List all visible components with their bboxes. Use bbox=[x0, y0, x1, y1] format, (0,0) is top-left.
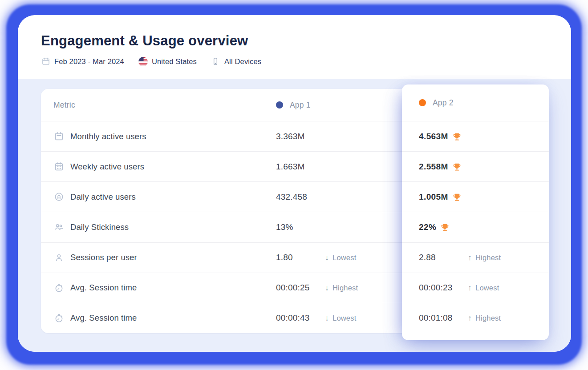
metric-value: 4.563M bbox=[419, 132, 448, 141]
metric-value: 432.458 bbox=[276, 192, 307, 202]
calendar-month-icon bbox=[53, 131, 64, 142]
rank-badge-label: Highest bbox=[475, 314, 501, 322]
country-filter[interactable]: United States bbox=[138, 57, 197, 66]
metric-label: Daily active users bbox=[70, 192, 136, 202]
metric-value: 00:01:08 bbox=[419, 313, 468, 323]
app2-table-row: 00:01:08↑Highest bbox=[402, 303, 549, 333]
rank-badge-label: Lowest bbox=[475, 284, 499, 292]
app2-table-row: 00:00:23↑Lowest bbox=[402, 273, 549, 303]
metric-cell: Avg. Session time bbox=[53, 282, 276, 293]
stopwatch-icon bbox=[53, 282, 64, 293]
metric-label: Daily Stickiness bbox=[70, 222, 129, 232]
rank-badge-label: Highest bbox=[333, 284, 358, 292]
metric-cell: Daily active users bbox=[53, 192, 276, 202]
arrow-up-icon: ↑ bbox=[468, 253, 472, 262]
app2-value-cell: 2.88↑Highest bbox=[419, 253, 549, 262]
app2-table-row: 4.563M bbox=[402, 121, 549, 151]
mobile-device-icon bbox=[211, 57, 220, 66]
user-icon bbox=[53, 252, 64, 263]
arrow-down-icon: ↓ bbox=[325, 314, 329, 323]
app2-dot bbox=[419, 99, 426, 106]
metric-value: 13% bbox=[276, 222, 293, 232]
metric-value: 00:00:25 bbox=[276, 283, 325, 293]
app2-table-row: 22% bbox=[402, 212, 549, 242]
country-label: United States bbox=[152, 57, 197, 66]
daily-circle-icon bbox=[53, 192, 64, 202]
devices-filter[interactable]: All Devices bbox=[211, 57, 261, 66]
app2-value-cell: 4.563M bbox=[419, 132, 549, 141]
arrow-down-icon: ↓ bbox=[325, 283, 329, 293]
rank-badge: ↓Highest bbox=[325, 283, 358, 293]
metric-label: Weekly active users bbox=[70, 162, 144, 172]
metric-value: 1.80 bbox=[276, 253, 325, 262]
app2-table-row: 2.558M bbox=[402, 151, 549, 181]
metric-value: 2.558M bbox=[419, 162, 448, 172]
calendar-icon bbox=[41, 57, 50, 66]
app2-value-cell: 22% bbox=[419, 222, 549, 232]
app2-table-body: 4.563M2.558M1.005M22%2.88↑Highest00:00:2… bbox=[402, 121, 549, 333]
rank-badge: ↑Highest bbox=[468, 314, 501, 323]
page-title: Engagement & Usage overview bbox=[41, 33, 548, 49]
arrow-up-icon: ↑ bbox=[468, 314, 472, 323]
metric-value: 1.663M bbox=[276, 162, 305, 172]
metric-label: Sessions per user bbox=[70, 253, 137, 262]
date-range-label: Feb 2023 - Mar 2024 bbox=[54, 57, 124, 66]
metric-label: Monthly active users bbox=[70, 132, 146, 141]
app2-table-row: 2.88↑Highest bbox=[402, 242, 549, 273]
calendar-week-icon bbox=[53, 161, 64, 172]
trophy-icon bbox=[440, 223, 450, 232]
table-section: Metric App 1 Monthly active users3.363MW… bbox=[18, 79, 571, 352]
rank-badge-label: Highest bbox=[475, 253, 501, 262]
rank-badge-label: Lowest bbox=[333, 314, 356, 322]
page-header: Engagement & Usage overview Feb 2023 - M… bbox=[18, 15, 571, 79]
us-flag-icon bbox=[138, 57, 148, 66]
app2-column-label: App 2 bbox=[433, 98, 454, 108]
metric-cell: Daily Stickiness bbox=[53, 222, 276, 233]
metric-column-header: Metric bbox=[53, 101, 75, 110]
metric-label: Avg. Session time bbox=[70, 283, 137, 293]
metric-value: 00:00:23 bbox=[419, 283, 468, 293]
app1-column-label: App 1 bbox=[290, 101, 311, 110]
app2-column-header: App 2 bbox=[402, 84, 549, 121]
app2-value-cell: 00:01:08↑Highest bbox=[419, 313, 549, 323]
app2-column-card: App 2 4.563M2.558M1.005M22%2.88↑Highest0… bbox=[402, 84, 549, 340]
metric-value: 2.88 bbox=[419, 253, 468, 262]
rank-badge-label: Lowest bbox=[333, 253, 356, 262]
date-range-filter[interactable]: Feb 2023 - Mar 2024 bbox=[41, 57, 124, 66]
rank-badge: ↓Lowest bbox=[325, 253, 356, 262]
arrow-up-icon: ↑ bbox=[468, 283, 472, 293]
metric-cell: Avg. Session time bbox=[53, 313, 276, 323]
trophy-icon bbox=[452, 162, 462, 172]
metric-value: 00:00:43 bbox=[276, 313, 325, 323]
trophy-icon bbox=[452, 132, 462, 141]
app2-value-cell: 00:00:23↑Lowest bbox=[419, 283, 549, 293]
stopwatch-icon bbox=[53, 313, 64, 323]
app2-table-row: 1.005M bbox=[402, 181, 549, 212]
metric-value: 22% bbox=[419, 222, 436, 232]
metric-value: 3.363M bbox=[276, 132, 305, 141]
metric-cell: Monthly active users bbox=[53, 131, 276, 142]
app2-value-cell: 1.005M bbox=[419, 192, 549, 202]
rank-badge: ↑Highest bbox=[468, 253, 501, 262]
trophy-icon bbox=[452, 193, 462, 202]
metric-cell: Sessions per user bbox=[53, 252, 276, 263]
filter-bar: Feb 2023 - Mar 2024 United States All De… bbox=[41, 57, 548, 66]
metric-cell: Weekly active users bbox=[53, 161, 276, 172]
devices-label: All Devices bbox=[224, 57, 261, 66]
rank-badge: ↓Lowest bbox=[325, 314, 356, 323]
app2-value-cell: 2.558M bbox=[419, 162, 549, 172]
app-window: Engagement & Usage overview Feb 2023 - M… bbox=[18, 15, 571, 352]
users-icon bbox=[53, 222, 64, 233]
metric-value: 1.005M bbox=[419, 192, 448, 202]
rank-badge: ↑Lowest bbox=[468, 283, 499, 293]
app1-dot bbox=[276, 101, 283, 109]
metric-label: Avg. Session time bbox=[70, 313, 137, 323]
arrow-down-icon: ↓ bbox=[325, 253, 329, 262]
